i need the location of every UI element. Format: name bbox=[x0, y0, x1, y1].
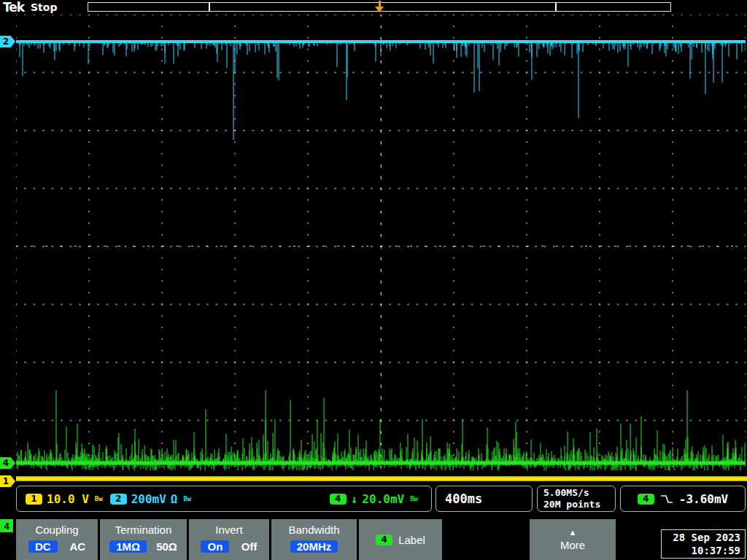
channel4-offset-arrow-icon: ↓ bbox=[351, 492, 358, 506]
invert-option-off[interactable]: Off bbox=[241, 540, 258, 553]
softkey-termination[interactable]: Termination 1MΩ 50Ω bbox=[100, 519, 187, 560]
tek-logo: Tek bbox=[3, 0, 24, 15]
channel4-badge: 4 bbox=[330, 494, 347, 505]
softkey-coupling[interactable]: Coupling DC AC bbox=[16, 519, 98, 560]
invert-option-on[interactable]: On bbox=[201, 540, 229, 553]
channel4-bandwidth-limit-icon: Bw bbox=[410, 495, 418, 502]
label-title: Label bbox=[398, 534, 425, 546]
bandwidth-value[interactable]: 20MHz bbox=[290, 540, 338, 553]
active-menu-channel-badge: 4 bbox=[0, 519, 13, 532]
channel2-bandwidth-limit-icon: Bw bbox=[183, 495, 191, 502]
channel2-badge: 2 bbox=[110, 494, 127, 505]
channel1-scale: 10.0 V bbox=[47, 492, 89, 506]
timebase-readout[interactable]: 400ms bbox=[436, 486, 533, 512]
time-text: 10:37:59 bbox=[692, 544, 740, 557]
softkey-more[interactable]: ▲ More bbox=[530, 519, 616, 560]
invert-title: Invert bbox=[189, 524, 269, 536]
trigger-readout[interactable]: 4 -3.60mV bbox=[620, 486, 746, 512]
record-length: 20M points bbox=[543, 499, 600, 510]
trigger-slope-falling-icon bbox=[660, 494, 673, 504]
timebase-value: 400ms bbox=[445, 491, 482, 506]
trigger-level: -3.60mV bbox=[679, 492, 728, 506]
softkey-invert[interactable]: Invert On Off bbox=[189, 519, 269, 560]
readout-bar: 1 10.0 V Bw 2 200mV Ω Bw 4 ↓ 20.0mV Bw 4… bbox=[0, 483, 747, 516]
trigger-position-stem bbox=[379, 1, 381, 7]
date-text: 28 Sep 2023 bbox=[673, 531, 740, 544]
oscilloscope-screen: Tek Stop 2 4 1 1 10.0 V Bw 2 200mV Ω Bw bbox=[0, 0, 747, 560]
trigger-source-badge: 4 bbox=[638, 494, 654, 505]
channel2-impedance: Ω bbox=[171, 492, 178, 506]
channel2-readout[interactable]: 2 200mV Ω Bw bbox=[110, 492, 192, 506]
channel2-marker[interactable]: 2 bbox=[0, 36, 15, 47]
datetime-box: 28 Sep 2023 10:37:59 bbox=[661, 529, 746, 559]
channel1-readout[interactable]: 1 10.0 V Bw bbox=[26, 492, 103, 506]
channel1-trace bbox=[16, 476, 747, 481]
softkey-bandwidth[interactable]: Bandwidth 20MHz bbox=[271, 519, 357, 560]
coupling-option-dc[interactable]: DC bbox=[28, 540, 58, 553]
channel1-badge: 1 bbox=[26, 494, 42, 505]
acquisition-readout[interactable]: 5.00MS/s 20M points bbox=[537, 486, 616, 512]
channel2-scale: 200mV bbox=[131, 492, 166, 506]
trigger-position-marker-icon[interactable] bbox=[374, 1, 385, 12]
bandwidth-title: Bandwidth bbox=[271, 524, 357, 536]
termination-option-50ohm[interactable]: 50Ω bbox=[156, 540, 177, 553]
more-title: More bbox=[560, 539, 585, 551]
label-channel-badge: 4 bbox=[376, 534, 392, 545]
coupling-option-ac[interactable]: AC bbox=[69, 540, 85, 553]
channel4-readout[interactable]: 4 ↓ 20.0mV Bw bbox=[330, 492, 418, 506]
softkey-label[interactable]: 4 Label bbox=[359, 519, 442, 560]
channel-readouts-box[interactable]: 1 10.0 V Bw 2 200mV Ω Bw 4 ↓ 20.0mV Bw bbox=[16, 486, 432, 512]
channel4-scale: 20.0mV bbox=[362, 492, 404, 506]
termination-option-1mohm[interactable]: 1MΩ bbox=[109, 540, 147, 553]
acquisition-status: Stop bbox=[31, 1, 57, 13]
softkey-menu-bar: 4 Coupling DC AC Termination 1MΩ 50Ω Inv… bbox=[0, 518, 747, 560]
graticule bbox=[16, 15, 746, 478]
termination-title: Termination bbox=[100, 524, 187, 536]
channel4-marker[interactable]: 4 bbox=[0, 457, 15, 469]
expansion-bracket-left-icon bbox=[209, 3, 210, 11]
graticule-center-horizontal bbox=[16, 246, 746, 246]
more-up-arrow-icon: ▲ bbox=[569, 529, 577, 537]
sample-rate: 5.00MS/s bbox=[543, 487, 589, 499]
channel1-bandwidth-limit-icon: Bw bbox=[95, 495, 103, 502]
coupling-title: Coupling bbox=[16, 524, 98, 536]
expansion-bracket-right-icon bbox=[555, 3, 557, 11]
graticule-center-vertical bbox=[381, 15, 382, 478]
trigger-position-arrow bbox=[375, 7, 384, 12]
